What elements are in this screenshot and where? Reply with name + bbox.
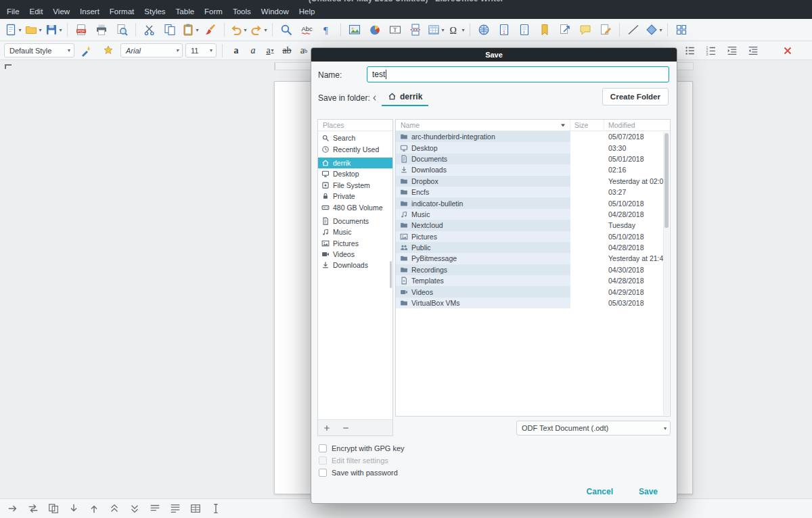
file-row-videos[interactable]: Videos04/29/2018 xyxy=(396,286,670,297)
update-style-button[interactable] xyxy=(77,42,96,60)
menu-insert[interactable]: Insert xyxy=(75,6,104,17)
menu-tools[interactable]: Tools xyxy=(228,6,256,17)
place-downloads[interactable]: Downloads xyxy=(318,260,392,270)
next-element-button[interactable] xyxy=(127,501,142,516)
move-up-button[interactable] xyxy=(87,501,102,516)
find-replace-button[interactable] xyxy=(277,21,296,39)
menu-styles[interactable]: Styles xyxy=(139,6,170,17)
place-videos[interactable]: Videos xyxy=(318,249,392,260)
page-overview-button[interactable] xyxy=(46,501,61,516)
bullet-list-button[interactable] xyxy=(681,42,700,60)
scrollbar[interactable] xyxy=(663,132,669,415)
redo-button[interactable]: ▾ xyxy=(249,21,268,39)
place-480-gb-volume[interactable]: 480 GB Volume xyxy=(318,202,392,212)
spelling-button[interactable]: Abc xyxy=(297,21,316,39)
insert-bookmark-button[interactable] xyxy=(535,21,554,39)
insert-line-button[interactable] xyxy=(624,21,643,39)
numbered-list-button[interactable]: 123 xyxy=(702,42,721,60)
place-derrik[interactable]: derrik xyxy=(318,158,392,168)
menu-form[interactable]: Form xyxy=(200,6,227,17)
breadcrumb-home-folder[interactable]: derrik xyxy=(382,88,428,106)
insert-endnote-button[interactable]: i xyxy=(515,21,534,39)
track-changes-button[interactable] xyxy=(596,21,615,39)
place-music[interactable]: Music xyxy=(318,227,392,237)
new-style-button[interactable] xyxy=(99,42,118,60)
special-character-button[interactable]: Ω▾ xyxy=(447,21,466,39)
undo-button[interactable]: ▾ xyxy=(229,21,248,39)
navigate-by-table-button[interactable] xyxy=(188,501,203,516)
menu-view[interactable]: View xyxy=(48,6,74,17)
print-button[interactable] xyxy=(92,21,111,39)
file-row-downloads[interactable]: Downloads02:16 xyxy=(396,164,670,175)
menu-table[interactable]: Table xyxy=(171,6,200,17)
copy-button[interactable] xyxy=(160,21,179,39)
file-row-documents[interactable]: Documents05/01/2018 xyxy=(396,154,670,164)
strikethrough-button[interactable]: ab xyxy=(279,42,295,60)
file-row-pictures[interactable]: Pictures05/10/2018 xyxy=(396,231,670,242)
insert-table-button[interactable]: ▾ xyxy=(426,21,445,39)
menu-format[interactable]: Format xyxy=(105,6,139,17)
insert-image-button[interactable] xyxy=(345,21,364,39)
tab-stop-selector[interactable] xyxy=(3,63,13,70)
checkbox-box[interactable] xyxy=(319,444,327,452)
paste-button[interactable]: ▾ xyxy=(181,21,200,39)
go-to-next-button[interactable] xyxy=(5,501,20,516)
chevron-down-icon[interactable]: ▾ xyxy=(264,27,267,33)
place-file-system[interactable]: File System xyxy=(318,180,392,191)
insert-comment-button[interactable] xyxy=(576,21,595,39)
clone-formatting-button[interactable] xyxy=(201,21,220,39)
underline-button[interactable]: a▾ xyxy=(262,42,278,60)
decrease-indent-button[interactable] xyxy=(744,42,763,60)
place-pictures[interactable]: Pictures xyxy=(318,238,392,249)
move-down-button[interactable] xyxy=(66,501,81,516)
chevron-down-icon[interactable]: ▾ xyxy=(59,27,62,33)
pathbar-scroll-left-button[interactable] xyxy=(371,93,380,103)
file-row-indicator-bulletin[interactable]: indicator-bulletin05/10/2018 xyxy=(396,197,670,208)
formatting-marks-button[interactable]: ¶ xyxy=(317,21,336,39)
previous-element-button[interactable] xyxy=(107,501,122,516)
file-row-music[interactable]: Music04/28/2018 xyxy=(396,209,670,220)
save-button[interactable]: ▾ xyxy=(44,21,63,39)
clear-formatting-button[interactable] xyxy=(778,42,797,60)
navigate-by-heading-button[interactable] xyxy=(148,501,162,516)
open-file-button[interactable]: ▾ xyxy=(24,21,43,39)
italic-button[interactable]: a xyxy=(245,42,261,60)
filename-input[interactable]: test xyxy=(367,66,669,83)
save-button[interactable]: Save xyxy=(639,487,658,496)
chevron-down-icon[interactable]: ▾ xyxy=(441,27,444,33)
column-header-size[interactable]: Size xyxy=(570,120,604,131)
create-folder-button[interactable]: Create Folder xyxy=(602,88,669,105)
menu-window[interactable]: Window xyxy=(256,6,294,17)
export-pdf-button[interactable]: PDF xyxy=(72,21,91,39)
menu-file[interactable]: File xyxy=(2,6,24,17)
file-row-nextcloud[interactable]: NextcloudTuesday xyxy=(396,220,670,231)
checkbox-save-with-password[interactable]: Save with password xyxy=(319,468,405,477)
column-header-name[interactable]: Name xyxy=(396,120,570,131)
chevron-down-icon[interactable]: ▾ xyxy=(39,27,41,33)
column-header-modified[interactable]: Modified xyxy=(604,120,670,131)
file-row-virtualbox-vms[interactable]: VirtualBox VMs05/03/2018 xyxy=(396,298,670,308)
insert-chart-button[interactable] xyxy=(365,21,384,39)
paragraph-style-select[interactable]: Default Style▾ xyxy=(4,43,74,57)
basic-shapes-button[interactable]: ▾ xyxy=(644,21,663,39)
insert-hyperlink-button[interactable] xyxy=(474,21,493,39)
font-size-select[interactable]: 11▾ xyxy=(185,43,217,57)
chevron-down-icon[interactable]: ▾ xyxy=(271,47,274,53)
checkbox-encrypt-with-gpg-key[interactable]: Encrypt with GPG key xyxy=(319,444,405,452)
place-search[interactable]: Search xyxy=(318,133,392,143)
increase-indent-button[interactable] xyxy=(723,42,742,60)
cancel-button[interactable]: Cancel xyxy=(587,487,613,496)
draw-functions-button[interactable] xyxy=(672,21,691,39)
page-break-button[interactable] xyxy=(406,21,425,39)
file-row-desktop[interactable]: Desktop03:30 xyxy=(396,142,670,153)
place-private[interactable]: Private xyxy=(318,191,392,202)
print-preview-button[interactable] xyxy=(112,21,131,39)
cut-button[interactable] xyxy=(140,21,159,39)
scrollbar-thumb[interactable] xyxy=(664,133,669,228)
chevron-down-icon[interactable]: ▾ xyxy=(244,27,246,33)
place-recently-used[interactable]: Recently Used xyxy=(318,143,392,154)
menu-edit[interactable]: Edit xyxy=(25,6,48,17)
file-type-select[interactable]: ODF Text Document (.odt)▾ xyxy=(516,421,671,435)
file-row-templates[interactable]: Templates04/28/2018 xyxy=(396,275,670,286)
insert-footnote-button[interactable]: 1 xyxy=(495,21,514,39)
